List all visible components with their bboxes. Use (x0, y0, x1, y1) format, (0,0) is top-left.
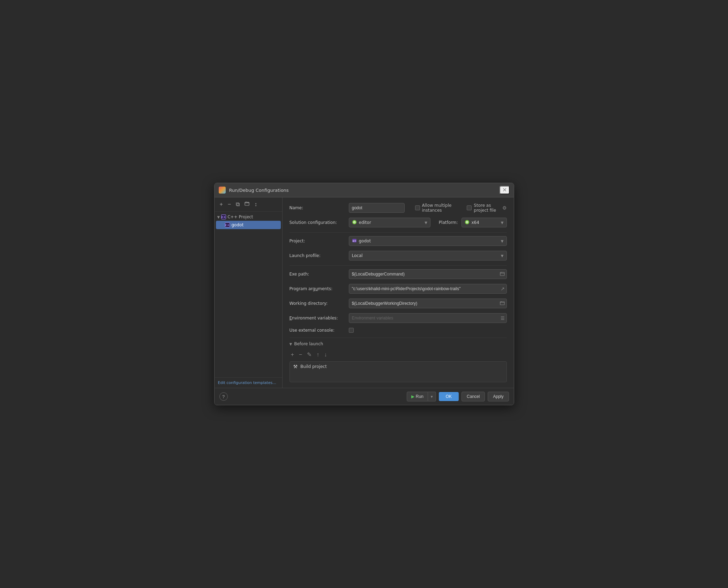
left-panel: + − ⧉ ↕ ▼ c+ C++ Project (215, 197, 283, 388)
working-dir-row: Working directory: (290, 299, 507, 308)
build-item-label: Build project (300, 364, 327, 369)
dialog-title: Run/Debug Configurations (229, 188, 496, 193)
build-project-item: ⚒ Build project (293, 364, 503, 369)
run-dropdown-button[interactable]: ▼ (428, 392, 436, 401)
svg-rect-10 (500, 302, 504, 305)
before-launch-up-button[interactable]: ↑ (315, 351, 321, 359)
dialog-body: + − ⧉ ↕ ▼ c+ C++ Project (215, 197, 514, 388)
sort-config-button[interactable]: ↕ (253, 200, 259, 209)
working-dir-input[interactable] (349, 299, 507, 308)
program-args-field: ↗ (349, 284, 507, 294)
platform-dropdown[interactable]: x64 ▼ (461, 218, 507, 227)
before-launch-chevron-icon: ▼ (290, 342, 292, 346)
play-icon: ▶ (411, 394, 414, 399)
gear-icon[interactable]: ⚙ (502, 205, 507, 211)
allow-multiple-label[interactable]: Allow multiple instances (422, 203, 457, 213)
name-row: Name: Allow multiple instances Store as … (290, 203, 507, 213)
folder-config-button[interactable] (243, 200, 251, 209)
separator-1 (290, 232, 507, 233)
solution-godot-icon (352, 220, 357, 226)
working-dir-label: Working directory: (290, 301, 345, 306)
solution-row: Solution configuration: editor (290, 218, 507, 227)
before-launch-header[interactable]: ▼ Before launch (290, 341, 507, 346)
launch-profile-row: Launch profile: Local ▼ (290, 251, 507, 261)
use-console-row: Use external console: (290, 328, 507, 333)
project-value: godot (359, 239, 371, 243)
exe-path-browse-button[interactable] (500, 271, 505, 277)
program-args-row: Program arguments: ↗ (290, 284, 507, 294)
project-label: Project: (290, 239, 345, 243)
right-panel: Name: Allow multiple instances Store as … (283, 197, 514, 388)
program-args-label: Program arguments: (290, 286, 345, 291)
apply-button[interactable]: Apply (488, 392, 509, 401)
run-group: ▶ Run ▼ (407, 392, 436, 401)
before-launch-add-button[interactable]: + (290, 351, 295, 359)
project-dropdown[interactable]: c+ godot ▼ (349, 236, 507, 246)
copy-config-button[interactable]: ⧉ (234, 200, 241, 209)
env-vars-edit-button[interactable]: ☰ (501, 316, 505, 321)
platform-label: Platform: (439, 220, 458, 225)
solution-dropdown-arrow: ▼ (425, 221, 427, 225)
help-button[interactable]: ? (219, 392, 228, 401)
separator-2 (290, 265, 507, 266)
edit-templates-link[interactable]: Edit configuration templates... (215, 377, 282, 388)
config-tree: ▼ c+ C++ Project c+ godot (215, 212, 282, 377)
before-launch-edit-button[interactable]: ✎ (306, 350, 313, 359)
before-launch-remove-button[interactable]: − (298, 351, 303, 359)
solution-value: editor (359, 220, 371, 225)
use-console-checkbox[interactable] (349, 328, 354, 333)
platform-icon (465, 220, 470, 226)
add-config-button[interactable]: + (218, 200, 225, 209)
remove-config-button[interactable]: − (226, 200, 233, 209)
program-args-input[interactable] (349, 284, 507, 294)
svg-point-3 (354, 221, 355, 223)
use-console-label: Use external console: (290, 328, 345, 333)
svg-rect-9 (500, 272, 504, 276)
config-form: Name: Allow multiple instances Store as … (283, 197, 514, 388)
ok-button[interactable]: OK (439, 392, 459, 401)
allow-multiple-checkbox[interactable] (415, 205, 420, 210)
tree-group-label: C++ Project (227, 214, 253, 219)
env-vars-label: Environment variables: (290, 316, 345, 321)
program-args-expand-button[interactable]: ↗ (501, 286, 505, 292)
cancel-button[interactable]: Cancel (461, 392, 485, 401)
cpp-item-icon: c+ (225, 223, 230, 227)
title-bar: Run/Debug Configurations ✕ (215, 183, 514, 197)
launch-profile-dropdown[interactable]: Local ▼ (349, 251, 507, 261)
store-project-checkbox[interactable] (467, 205, 472, 210)
project-dropdown-content: c+ godot (352, 238, 371, 244)
solution-label: Solution configuration: (290, 220, 345, 225)
exe-path-row: Exe path: (290, 269, 507, 279)
exe-path-field (349, 269, 507, 279)
store-project-group: Store as project file ⚙ (467, 203, 506, 213)
launch-profile-arrow: ▼ (501, 254, 504, 258)
platform-value: x64 (472, 220, 479, 225)
before-launch-label: Before launch (294, 341, 323, 346)
before-launch-down-button[interactable]: ↓ (323, 351, 328, 359)
before-launch-list: ⚒ Build project (290, 361, 507, 382)
svg-rect-0 (245, 202, 249, 205)
env-vars-input[interactable] (349, 313, 507, 323)
run-debug-dialog: Run/Debug Configurations ✕ + − ⧉ ↕ (214, 183, 514, 405)
store-project-label[interactable]: Store as project file (474, 203, 499, 213)
name-label: Name: (290, 205, 345, 210)
tree-item-godot[interactable]: c+ godot (216, 221, 281, 229)
build-icon: ⚒ (293, 364, 298, 369)
exe-path-input[interactable] (349, 269, 507, 279)
solution-dropdown[interactable]: editor ▼ (349, 218, 430, 227)
env-vars-row: Environment variables: ☰ (290, 313, 507, 323)
name-input[interactable] (349, 203, 405, 213)
solution-dropdown-content: editor (352, 220, 371, 226)
close-button[interactable]: ✕ (500, 186, 510, 194)
run-label: Run (416, 394, 423, 399)
launch-profile-value: Local (352, 253, 363, 258)
run-button[interactable]: ▶ Run (407, 392, 428, 401)
project-icon: c+ (352, 238, 357, 244)
tree-group-cpp[interactable]: ▼ c+ C++ Project (215, 213, 282, 221)
svg-point-6 (466, 221, 467, 223)
cpp-icon: c+ (221, 214, 226, 219)
chevron-down-icon: ▼ (217, 215, 220, 219)
working-dir-browse-button[interactable] (500, 301, 505, 307)
left-toolbar: + − ⧉ ↕ (215, 197, 282, 212)
project-row: Project: c+ godot ▼ (290, 236, 507, 246)
